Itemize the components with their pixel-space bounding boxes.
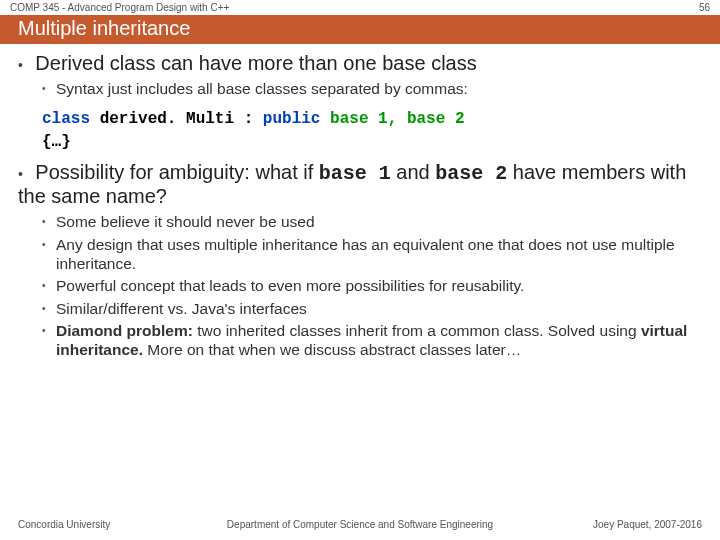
bullet-1: Derived class can have more than one bas…	[18, 52, 702, 153]
code-colon: :	[234, 110, 263, 128]
slide-title-bar: Multiple inheritance	[0, 15, 720, 44]
header-top: COMP 345 - Advanced Program Design with …	[0, 0, 720, 15]
bullet-2-3: Powerful concept that leads to even more…	[42, 276, 702, 295]
course-code: COMP 345 - Advanced Program Design with …	[10, 2, 229, 13]
code-block: class derived. Multi : public base 1, ba…	[42, 108, 702, 153]
footer-center: Department of Computer Science and Softw…	[227, 519, 493, 530]
code-brace: {…}	[42, 133, 71, 151]
bullet-2-4: Similar/different vs. Java's interfaces	[42, 299, 702, 318]
code-bases: base 1, base 2	[320, 110, 464, 128]
bullet-2-text: Possibility for ambiguity: what if base …	[18, 161, 686, 207]
kw-class: class	[42, 110, 90, 128]
bullet-2-1: Some believe it should never be used	[42, 212, 702, 231]
slide-title: Multiple inheritance	[18, 17, 190, 39]
footer-right: Joey Paquet, 2007-2016	[593, 519, 702, 530]
slide-content: Derived class can have more than one bas…	[0, 44, 720, 360]
footer-left: Concordia University	[18, 519, 110, 530]
bullet-2-5: Diamond problem: two inherited classes i…	[42, 321, 702, 360]
bullet-1-1: Syntax just includes all base classes se…	[42, 79, 702, 98]
bullet-1-text: Derived class can have more than one bas…	[35, 52, 476, 74]
kw-public: public	[263, 110, 321, 128]
slide-number: 56	[699, 2, 710, 13]
footer: Concordia University Department of Compu…	[0, 519, 720, 530]
code-derived: derived. Multi	[100, 110, 234, 128]
bullet-2: Possibility for ambiguity: what if base …	[18, 161, 702, 360]
bullet-2-2: Any design that uses multiple inheritanc…	[42, 235, 702, 274]
